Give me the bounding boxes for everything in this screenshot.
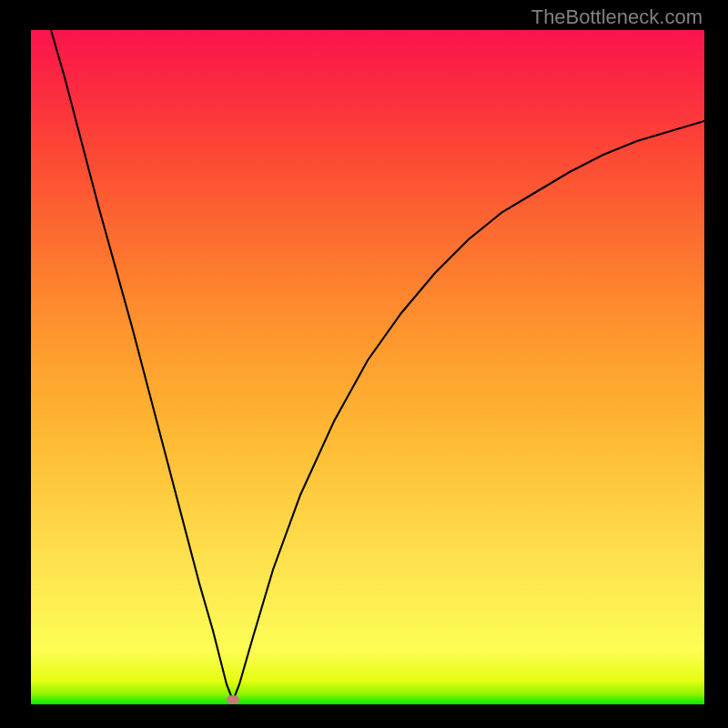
minimum-marker — [227, 695, 239, 704]
chart-frame: TheBottleneck.com — [0, 0, 728, 728]
curve-layer — [31, 30, 704, 704]
plot-area — [31, 30, 704, 704]
bottleneck-curve — [51, 30, 704, 701]
watermark-text: TheBottleneck.com — [531, 5, 703, 29]
